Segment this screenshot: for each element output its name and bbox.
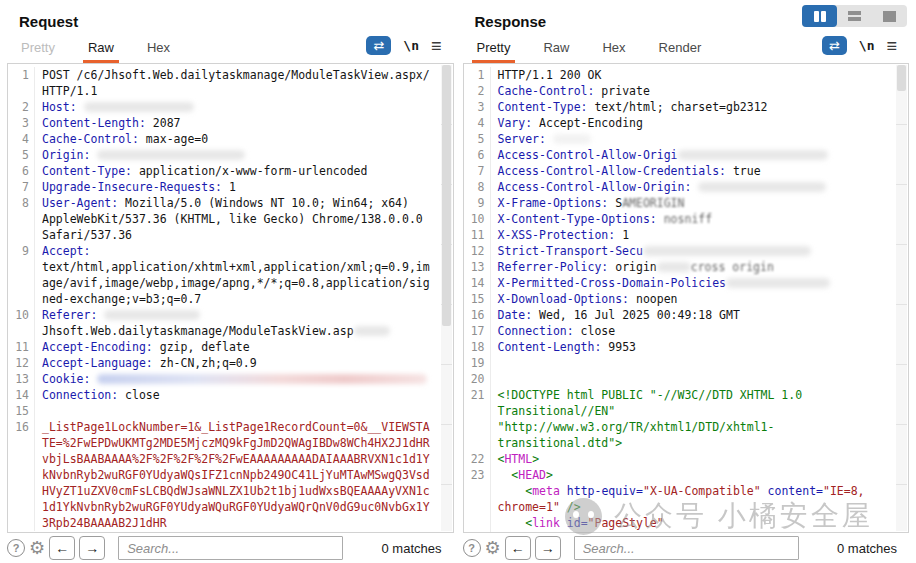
request-title: Request [19,13,454,30]
line-number: 8 [464,179,491,195]
wrap-glyph: ⇄ [829,38,840,53]
line-number: 7 [8,179,35,195]
code-line: <meta http-equiv="X-UA-Compatible" conte… [464,483,909,515]
line-text [42,403,453,419]
layout-switcher [802,5,907,27]
code-line: 2Host: [8,99,453,115]
line-number: 1 [464,67,491,83]
redacted-text [698,182,826,192]
line-number: 9 [464,195,491,211]
code-line: 3Content-Type: text/html; charset=gb2312 [464,99,909,115]
tab-hex[interactable]: Hex [145,40,172,63]
line-text: Accept: text/html,application/xhtml+xml,… [42,243,453,307]
line-number: 5 [464,131,491,147]
line-text: Referer: Jhsoft.Web.dailytaskmanage/Modu… [42,307,453,339]
line-number: 16 [464,307,491,323]
tab-hex[interactable]: Hex [600,40,627,63]
code-line: 3Content-Length: 2087 [8,115,453,131]
request-toolbar: ⇄ \n ≡ [366,36,441,63]
response-toolbar: ⇄ \n ≡ [822,36,897,63]
response-search-input[interactable] [574,536,799,560]
line-text: Host: [42,99,453,115]
redacted-text [97,150,245,160]
word-wrap-icon[interactable]: ⇄ [366,36,391,55]
code-line: 9X-Frame-Options: SAMEORIGIN [464,195,909,211]
line-text [498,371,909,387]
next-match-button[interactable]: → [535,536,561,560]
line-text: Access-Control-Allow-Origi [498,147,909,163]
code-line: 6Access-Control-Allow-Origi [464,147,909,163]
tab-render[interactable]: Render [657,40,704,63]
line-number: 3 [464,99,491,115]
rows-layout-button[interactable] [837,5,872,27]
line-number: 10 [464,211,491,227]
previous-match-button[interactable]: ← [505,536,531,560]
tab-pretty[interactable]: Pretty [475,40,513,63]
line-number [464,515,491,533]
code-line: 15X-Download-Options: noopen [464,291,909,307]
line-text: <meta http-equiv="X-UA-Compatible" conte… [498,483,909,515]
columns-icon [814,11,819,22]
code-line: 15 [8,403,453,419]
line-text: User-Agent: Mozilla/5.0 (Windows NT 10.0… [42,195,453,243]
request-editor[interactable]: 1POST /c6/Jhsoft.Web.dailytaskmanage/Mod… [7,63,454,533]
line-text: POST /c6/Jhsoft.Web.dailytaskmanage/Modu… [42,67,453,99]
line-number: 16 [8,419,35,531]
scrollbar-thumb[interactable] [897,65,906,91]
single-layout-button[interactable] [872,5,907,27]
request-match-count: 0 matches [382,541,442,556]
redacted-text [354,326,390,336]
columns-layout-button[interactable] [802,5,837,27]
line-text: Strict-Transport-Secu [498,243,909,259]
tab-raw[interactable]: Raw [86,40,116,63]
code-line: 19 [464,355,909,371]
help-icon[interactable]: ? [7,539,25,557]
request-scrollbar[interactable] [441,65,452,531]
word-wrap-icon[interactable]: ⇄ [822,36,847,55]
line-text: Content-Type: application/x-www-form-url… [42,163,453,179]
line-text: <!DOCTYPE html PUBLIC "-//W3C//DTD XHTML… [498,387,909,451]
line-text: X-Frame-Options: SAMEORIGIN [498,195,909,211]
line-number: 13 [8,371,35,387]
menu-icon[interactable]: ≡ [886,40,897,52]
search-settings-gear-icon[interactable]: ⚙ [485,539,501,557]
code-line: 20 [464,371,909,387]
line-number: 12 [8,355,35,371]
menu-icon[interactable]: ≡ [431,40,442,52]
line-number: 2 [464,83,491,99]
response-editor[interactable]: 1HTTP/1.1 200 OK2Cache-Control: private3… [463,63,910,533]
line-text: Vary: Accept-Encoding [498,115,909,131]
line-number: 15 [464,291,491,307]
code-line: 2Cache-Control: private [464,83,909,99]
help-icon[interactable]: ? [463,539,481,557]
response-panel: Response PrettyRawHexRender ⇄ \n ≡ 1HTTP… [463,0,910,563]
show-newlines-icon[interactable]: \n [403,38,419,53]
code-line: 4Cache-Control: max-age=0 [8,131,453,147]
show-newlines-icon[interactable]: \n [859,38,875,53]
code-line: 16_ListPage1LockNumber=1&_ListPage1Recor… [8,419,453,531]
line-text: Access-Control-Allow-Credentials: true [498,163,909,179]
line-text: Accept-Encoding: gzip, deflate [42,339,453,355]
code-line: 7Access-Control-Allow-Credentials: true [464,163,909,179]
request-tabbar: PrettyRawHex ⇄ \n ≡ [7,30,454,63]
code-line: 12Strict-Transport-Secu [464,243,909,259]
code-line: <link id="PageStyle" href="../../JHSoft.… [464,515,909,533]
code-line: 1POST /c6/Jhsoft.Web.dailytaskmanage/Mod… [8,67,453,99]
tab-pretty[interactable]: Pretty [19,40,57,63]
line-number: 17 [464,323,491,339]
code-line: 6Content-Type: application/x-www-form-ur… [8,163,453,179]
line-text: Cache-Control: max-age=0 [42,131,453,147]
next-match-button[interactable]: → [79,536,105,560]
response-scrollbar[interactable] [896,65,907,531]
line-text: <HTML> [498,451,909,467]
line-number: 15 [8,403,35,419]
redacted-text [97,374,427,384]
line-text: Content-Type: text/html; charset=gb2312 [498,99,909,115]
line-number: 21 [464,387,491,451]
search-settings-gear-icon[interactable]: ⚙ [29,539,45,557]
previous-match-button[interactable]: ← [49,536,75,560]
request-search-input[interactable] [118,536,343,560]
scrollbar-thumb[interactable] [442,65,451,326]
tab-raw[interactable]: Raw [541,40,571,63]
line-number: 13 [464,259,491,275]
